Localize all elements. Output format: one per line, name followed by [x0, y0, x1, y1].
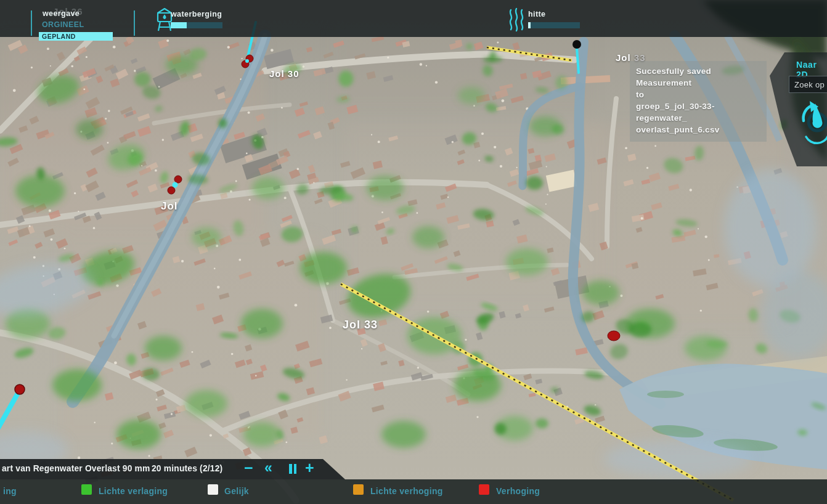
measure-point-red: [174, 176, 182, 183]
toast-notification: Succesfully saved Measurement to groep_5…: [630, 61, 767, 142]
measure-point-black: [572, 40, 581, 49]
toolbar-divider: [31, 10, 32, 36]
toast-line: groep_5_jol_30-33-regenwater_: [636, 100, 760, 124]
legend-swatch-lichte-verhoging: [353, 484, 364, 495]
app-root: Jol 30 Jol Jol 33 Jol 33 Succesfully sav…: [0, 0, 827, 504]
compass-rotate-icon[interactable]: [799, 99, 827, 154]
legend-swatch-gelijk: [208, 484, 218, 495]
weergave-label: weergave: [43, 9, 79, 18]
toast-line: Succesfully saved Measurement: [636, 65, 760, 89]
legend-label-gelijk: Gelijk: [224, 486, 249, 496]
map-label-jol33: Jol 33: [343, 319, 378, 331]
pause-icon[interactable]: [289, 464, 298, 476]
toolbar-divider: [134, 10, 135, 36]
legend-label-verhoging: Verhoging: [496, 486, 540, 496]
heat-waves-icon: [507, 7, 527, 33]
legend-swatch-verhoging: [479, 484, 489, 495]
map-label-jol30: Jol 30: [269, 68, 299, 79]
hitte-slider[interactable]: [528, 22, 580, 28]
legend-label-lichte-verlaging: Lichte verlaging: [99, 486, 168, 496]
timeline-time: 20 minutes (2/12): [152, 464, 222, 473]
hitte-label: hitte: [528, 10, 545, 18]
rewind-icon[interactable]: «: [264, 461, 272, 475]
speed-plus-button[interactable]: +: [305, 460, 314, 476]
timeline-title: art van Regenwater Overlast 90 mm: [2, 464, 150, 473]
legend-bar: ing Lichte verlaging Gelijk Lichte verho…: [0, 479, 827, 504]
waterberging-slider[interactable]: [171, 22, 222, 28]
map-label-jol: Jol: [161, 200, 178, 213]
timeline-bar: art van Regenwater Overlast 90 mm 20 min…: [0, 459, 345, 479]
waterberging-label: waterberging: [171, 10, 222, 18]
search-input[interactable]: [789, 76, 827, 93]
waterberging-slider-fill: [171, 22, 187, 28]
legend-label-lichte-verhoging: Lichte verhoging: [370, 486, 443, 496]
legend-swatch-lichte-verlaging: [81, 484, 92, 495]
hitte-slider-fill: [528, 22, 531, 28]
toast-line: overlast_punt_6.csv: [636, 124, 760, 136]
view-option-gepland[interactable]: GEPLAND: [39, 32, 113, 41]
legend-label-verlaging-clipped: ing: [3, 486, 17, 496]
measure-point-red: [168, 187, 175, 194]
speed-minus-button[interactable]: −: [244, 460, 253, 476]
toast-line: to: [636, 89, 760, 100]
view-option-origineel[interactable]: ORGINEEL: [42, 20, 84, 29]
measure-point-red: [608, 331, 620, 341]
measure-point-red: [15, 384, 25, 394]
top-toolbar: Jol 26 weergave ORGINEEL GEPLAND waterbe…: [0, 0, 827, 37]
